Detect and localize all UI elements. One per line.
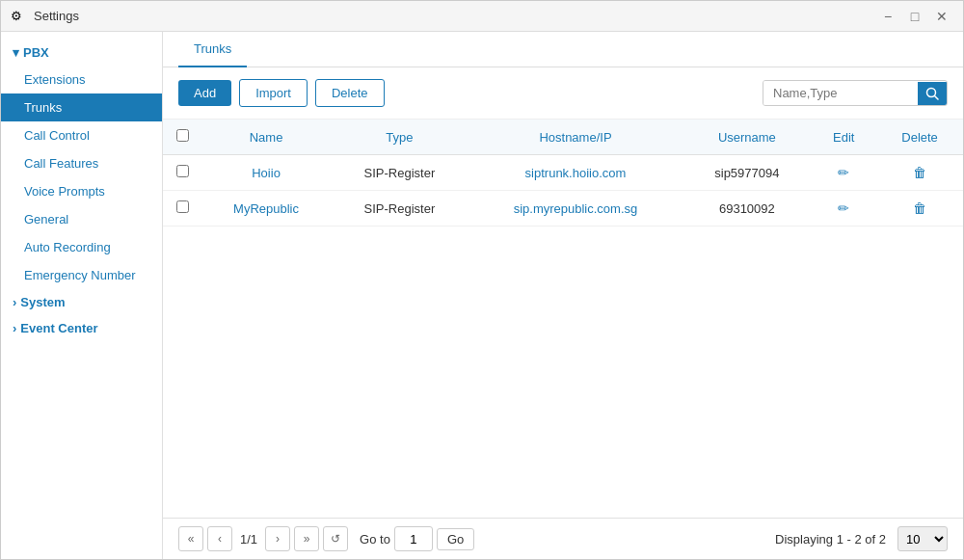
main-window: ⚙ Settings − □ ✕ ▾ PBX Extensions Trunks… bbox=[0, 0, 964, 560]
search-input[interactable] bbox=[763, 81, 918, 105]
select-all-checkbox[interactable] bbox=[176, 129, 189, 142]
edit-icon-0[interactable]: ✏ bbox=[838, 165, 849, 180]
table-row: Hoiio SIP-Register siptrunk.hoiio.com si… bbox=[163, 155, 963, 191]
sidebar-item-call-features[interactable]: Call Features bbox=[1, 149, 162, 177]
row-name: Hoiio bbox=[201, 155, 331, 191]
row-type: SIP-Register bbox=[331, 155, 469, 191]
event-center-section-label: Event Center bbox=[20, 321, 97, 335]
window-controls: − □ ✕ bbox=[876, 5, 953, 28]
search-box bbox=[763, 80, 948, 106]
delete-button[interactable]: Delete bbox=[315, 79, 385, 107]
row-edit-cell: ✏ bbox=[811, 191, 876, 227]
add-button[interactable]: Add bbox=[178, 80, 231, 106]
edit-icon-1[interactable]: ✏ bbox=[838, 200, 849, 216]
row-type: SIP-Register bbox=[331, 191, 469, 227]
main-content: ▾ PBX Extensions Trunks Call Control Cal… bbox=[1, 32, 963, 559]
titlebar: ⚙ Settings − □ ✕ bbox=[1, 1, 963, 32]
first-page-button[interactable]: « bbox=[178, 526, 203, 551]
delete-row-icon-1[interactable]: 🗑 bbox=[913, 200, 926, 216]
toolbar: Add Import Delete bbox=[163, 67, 963, 120]
system-section-label: System bbox=[20, 295, 65, 309]
row-hostname: sip.myrepublic.com.sg bbox=[469, 191, 683, 227]
table-row: MyRepublic SIP-Register sip.myrepublic.c… bbox=[163, 191, 963, 227]
tab-trunks[interactable]: Trunks bbox=[178, 32, 247, 67]
row-username: sip5977094 bbox=[683, 155, 811, 191]
row-delete-cell: 🗑 bbox=[876, 191, 963, 227]
header-delete: Delete bbox=[876, 120, 963, 155]
row-checkbox-1[interactable] bbox=[176, 200, 189, 213]
search-button[interactable] bbox=[918, 82, 947, 105]
page-info: 1/1 bbox=[236, 532, 261, 547]
sidebar-item-trunks[interactable]: Trunks bbox=[1, 93, 162, 121]
row-hostname: siptrunk.hoiio.com bbox=[469, 155, 683, 191]
header-checkbox-col bbox=[163, 120, 201, 155]
next-page-button[interactable]: › bbox=[265, 526, 290, 551]
go-button[interactable]: Go bbox=[437, 528, 474, 550]
event-center-chevron-icon: › bbox=[13, 321, 16, 335]
row-delete-cell: 🗑 bbox=[876, 155, 963, 191]
search-icon bbox=[925, 87, 939, 100]
sidebar: ▾ PBX Extensions Trunks Call Control Cal… bbox=[1, 32, 163, 559]
perpage-select[interactable]: 102050100 bbox=[897, 526, 948, 551]
sidebar-item-general[interactable]: General bbox=[1, 205, 162, 233]
svg-line-1 bbox=[935, 95, 939, 99]
row-edit-cell: ✏ bbox=[811, 155, 876, 191]
row-name: MyRepublic bbox=[201, 191, 331, 227]
last-page-button[interactable]: » bbox=[294, 526, 319, 551]
goto-input[interactable] bbox=[394, 526, 433, 551]
table-header-row: Name Type Hostname/IP Username bbox=[163, 120, 963, 155]
row-checkbox-0[interactable] bbox=[176, 165, 189, 177]
sidebar-section-pbx[interactable]: ▾ PBX bbox=[1, 40, 162, 66]
refresh-button[interactable]: ↺ bbox=[323, 526, 348, 551]
pbx-chevron-icon: ▾ bbox=[13, 45, 19, 60]
pbx-section-label: PBX bbox=[23, 45, 49, 60]
window-title: Settings bbox=[34, 9, 869, 23]
row-checkbox-cell bbox=[163, 191, 201, 227]
row-checkbox-cell bbox=[163, 155, 201, 191]
close-button[interactable]: ✕ bbox=[930, 5, 953, 28]
sidebar-item-auto-recording[interactable]: Auto Recording bbox=[1, 233, 162, 261]
content-area: Trunks Add Import Delete bbox=[163, 32, 963, 559]
goto-label: Go to bbox=[360, 532, 390, 547]
header-edit: Edit bbox=[811, 120, 876, 155]
minimize-button[interactable]: − bbox=[876, 5, 899, 28]
sidebar-section-event-center[interactable]: › Event Center bbox=[1, 315, 162, 341]
header-hostname: Hostname/IP bbox=[469, 120, 683, 155]
prev-page-button[interactable]: ‹ bbox=[207, 526, 232, 551]
sidebar-item-emergency-number[interactable]: Emergency Number bbox=[1, 261, 162, 289]
delete-row-icon-0[interactable]: 🗑 bbox=[913, 165, 926, 180]
header-name: Name bbox=[201, 120, 331, 155]
header-username: Username bbox=[683, 120, 811, 155]
pagination: « ‹ 1/1 › » ↺ Go to Go Displaying 1 - 2 … bbox=[163, 518, 963, 559]
sidebar-item-call-control[interactable]: Call Control bbox=[1, 121, 162, 149]
restore-button[interactable]: □ bbox=[903, 5, 926, 28]
system-chevron-icon: › bbox=[13, 295, 16, 309]
header-type: Type bbox=[331, 120, 469, 155]
table-container: Name Type Hostname/IP Username bbox=[163, 120, 963, 518]
display-info: Displaying 1 - 2 of 2 bbox=[775, 532, 886, 547]
import-button[interactable]: Import bbox=[239, 79, 308, 107]
sidebar-item-voice-prompts[interactable]: Voice Prompts bbox=[1, 177, 162, 205]
sidebar-item-extensions[interactable]: Extensions bbox=[1, 66, 162, 93]
trunks-table: Name Type Hostname/IP Username bbox=[163, 120, 963, 227]
tab-bar: Trunks bbox=[163, 32, 963, 67]
sidebar-section-system[interactable]: › System bbox=[1, 289, 162, 315]
row-username: 69310092 bbox=[683, 191, 811, 227]
settings-icon: ⚙ bbox=[11, 9, 26, 24]
